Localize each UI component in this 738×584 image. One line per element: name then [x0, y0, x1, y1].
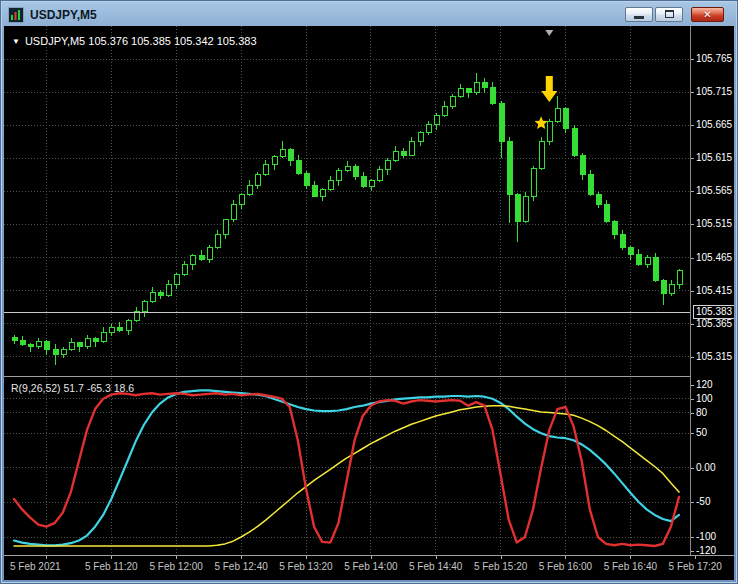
price-axis[interactable]: 105.765105.715105.665105.615105.565105.5…: [690, 26, 734, 555]
indicator-tick-mark: [691, 502, 694, 503]
candle-body: [12, 338, 17, 341]
time-tick-mark: [630, 556, 631, 559]
price-tick-label: 105.765: [696, 53, 732, 65]
candle-body: [361, 176, 366, 187]
candle-body: [466, 89, 471, 93]
candle-body: [69, 343, 74, 350]
candle-body: [304, 174, 309, 186]
candle-body: [499, 103, 504, 141]
candle-body: [44, 342, 49, 350]
candle-body: [223, 220, 228, 235]
price-tick-mark: [691, 125, 694, 126]
time-axis-label: 5 Feb 13:20: [271, 561, 341, 572]
candle-body: [539, 142, 544, 169]
candle-body: [190, 256, 195, 265]
candle-body: [450, 97, 455, 106]
maximize-button[interactable]: [655, 7, 683, 22]
candle-body: [434, 115, 439, 124]
time-axis-label: 5 Feb 15:20: [466, 561, 536, 572]
maximize-icon: [665, 10, 674, 18]
indicator-tick-mark: [691, 385, 694, 386]
time-axis-label: 5 Feb 11:20: [76, 561, 146, 572]
star-icon[interactable]: [535, 116, 548, 129]
indicator-tick-mark: [691, 413, 694, 414]
candle-body: [255, 175, 260, 186]
time-axis[interactable]: 5 Feb 20215 Feb 11:205 Feb 12:005 Feb 12…: [4, 556, 734, 580]
candle-body: [117, 327, 122, 330]
time-axis-label: 5 Feb 12:00: [141, 561, 211, 572]
time-tick-mark: [241, 556, 242, 559]
mt4-chart-window: USDJPY,M5 ✕ ▼USDJPY,M5 105.376 105.385 1…: [0, 0, 738, 584]
indicator-tick-label: -50: [696, 496, 710, 508]
minimize-button[interactable]: [625, 7, 653, 22]
price-tick-label: 105.715: [696, 86, 732, 98]
candle-body: [645, 258, 650, 265]
candle-body: [126, 320, 131, 330]
chart-info: ▼USDJPY,M5 105.376 105.385 105.342 105.3…: [12, 35, 257, 47]
titlebar[interactable]: USDJPY,M5 ✕: [4, 4, 734, 26]
indicator-tick-label: 50: [696, 427, 707, 439]
candle-body: [620, 234, 625, 247]
price-tick-mark: [691, 324, 694, 325]
indicator-tick-label: 0.00: [696, 462, 715, 474]
window-title: USDJPY,M5: [30, 4, 97, 26]
candle-body: [85, 339, 90, 347]
candle-body: [336, 170, 341, 180]
candle-body: [345, 166, 350, 170]
candle-body: [490, 88, 495, 104]
candle-body: [580, 155, 585, 175]
candle-body: [272, 156, 277, 165]
candle-body: [280, 150, 285, 157]
candle-body: [588, 175, 593, 195]
time-axis-label: 5 Feb 16:00: [530, 561, 600, 572]
candle-body: [369, 180, 374, 187]
candle-body: [182, 265, 187, 274]
candle-body: [636, 254, 641, 264]
current-price-box: 105.383: [693, 305, 734, 319]
candle-body: [247, 186, 252, 195]
symbol-dropdown-icon[interactable]: ▼: [12, 37, 20, 46]
time-axis-label: 5 Feb 16:40: [595, 561, 665, 572]
price-tick-mark: [691, 291, 694, 292]
price-tick-label: 105.515: [696, 218, 732, 230]
sell-arrow-icon[interactable]: [541, 76, 557, 102]
candle-body: [547, 122, 552, 142]
candle-body: [612, 221, 617, 234]
candle-body: [20, 340, 25, 344]
candle-body: [385, 160, 390, 169]
chart-shift-marker[interactable]: [545, 30, 553, 36]
indicator-label: R(9,26,52) 51.7 -65.3 18.6: [11, 382, 134, 394]
candle-body: [507, 142, 512, 195]
candle-body: [158, 293, 163, 296]
price-tick-label: 105.415: [696, 285, 732, 297]
candle-body: [401, 151, 406, 155]
time-tick-mark: [111, 556, 112, 559]
candle-body: [353, 166, 358, 176]
candle-body: [239, 195, 244, 204]
candle-body: [199, 256, 204, 260]
candle-body: [523, 196, 528, 221]
price-tick-label: 105.315: [696, 351, 732, 363]
candle-body: [296, 160, 301, 173]
indicator-tick-mark: [691, 468, 694, 469]
line-red: [14, 393, 679, 546]
candle-body: [207, 248, 212, 260]
candle-body: [174, 274, 179, 285]
close-icon: ✕: [692, 8, 723, 22]
price-chart-pane[interactable]: ▼USDJPY,M5 105.376 105.385 105.342 105.3…: [4, 26, 690, 376]
indicator-tick-mark: [691, 433, 694, 434]
candle-body: [166, 285, 171, 296]
chart-objects-layer[interactable]: [535, 30, 558, 129]
close-button[interactable]: ✕: [691, 7, 724, 22]
candle-body: [36, 342, 41, 347]
price-tick-mark: [691, 59, 694, 60]
indicator-pane[interactable]: R(9,26,52) 51.7 -65.3 18.6: [4, 378, 690, 555]
price-tick-mark: [691, 158, 694, 159]
candle-body: [28, 344, 33, 347]
candle-body: [215, 234, 220, 247]
candle-body: [142, 302, 147, 311]
candle-body: [661, 281, 666, 294]
time-tick-mark: [371, 556, 372, 559]
candle-body: [393, 151, 398, 160]
candles-layer: [12, 73, 682, 365]
